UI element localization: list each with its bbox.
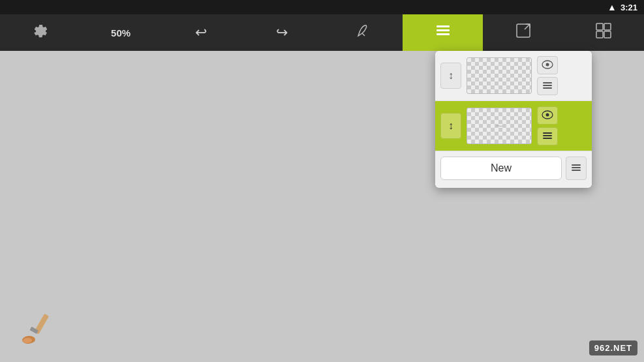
svg-rect-10 <box>543 82 552 83</box>
toolbar-brush-button[interactable] <box>322 14 403 51</box>
svg-point-14 <box>546 113 549 116</box>
svg-rect-11 <box>543 85 552 86</box>
svg-rect-20 <box>572 170 581 171</box>
layer-2-actions <box>537 106 558 145</box>
svg-rect-19 <box>572 167 581 168</box>
svg-rect-6 <box>596 31 603 38</box>
svg-rect-0 <box>437 25 450 27</box>
eye-icon-1 <box>542 60 553 71</box>
new-layer-label: New <box>491 162 512 174</box>
gear-icon <box>33 23 48 42</box>
updown-icon-2: ↕ <box>448 120 453 132</box>
layer-row-2: ↕ ~ <box>435 101 592 151</box>
toolbar-gallery-button[interactable] <box>564 14 644 51</box>
updown-icon-1: ↕ <box>448 70 453 82</box>
status-bar: ▲ 3:21 <box>0 0 644 14</box>
svg-rect-16 <box>543 135 552 136</box>
layer-2-thumbnail: ~ <box>467 108 532 144</box>
menu-icon-2 <box>542 131 553 142</box>
layers-icon <box>435 22 452 43</box>
layer-1-actions <box>537 56 558 95</box>
layer-2-move-button[interactable]: ↕ <box>440 113 461 139</box>
watermark: 962.NET <box>589 340 637 355</box>
layer-1-move-button[interactable]: ↕ <box>440 63 461 89</box>
zoom-label: 50% <box>111 27 130 38</box>
svg-rect-1 <box>437 29 450 31</box>
gallery-icon <box>595 22 612 43</box>
svg-rect-4 <box>596 23 603 30</box>
panel-menu-icon <box>570 163 582 174</box>
svg-rect-17 <box>543 138 552 139</box>
layer-2-doodle-indicator: ~ <box>495 119 503 134</box>
brush-tool-indicator <box>13 310 65 349</box>
new-layer-row: New <box>435 151 592 185</box>
layer-1-thumb-content <box>467 58 531 93</box>
layer-1-thumbnail <box>467 57 532 94</box>
layer-1-visibility-button[interactable] <box>537 56 558 74</box>
svg-rect-12 <box>543 87 552 89</box>
svg-rect-2 <box>437 33 450 35</box>
toolbar-redo-button[interactable]: ↪ <box>241 14 322 51</box>
new-layer-button[interactable]: New <box>440 157 562 180</box>
layers-panel: ↕ <box>435 51 592 188</box>
svg-rect-18 <box>572 164 581 166</box>
svg-rect-15 <box>543 132 552 134</box>
watermark-text: 962.NET <box>594 343 632 353</box>
layer-2-thumb-content: ~ <box>467 108 531 143</box>
wifi-icon: ▲ <box>607 2 617 12</box>
layer-1-options-button[interactable] <box>537 77 558 95</box>
svg-rect-7 <box>604 31 611 38</box>
layer-2-visibility-button[interactable] <box>537 106 558 125</box>
undo-icon: ↩ <box>195 24 207 41</box>
layer-panel-menu-button[interactable] <box>566 157 587 180</box>
export-icon <box>515 22 532 43</box>
svg-rect-5 <box>604 23 611 30</box>
toolbar-zoom-display[interactable]: 50% <box>80 14 161 51</box>
toolbar-layers-button[interactable] <box>403 14 483 51</box>
toolbar-undo-button[interactable]: ↩ <box>161 14 241 51</box>
toolbar: 50% ↩ ↪ <box>0 14 644 51</box>
time-display: 3:21 <box>621 3 637 12</box>
toolbar-export-button[interactable] <box>483 14 563 51</box>
menu-icon-1 <box>542 81 553 92</box>
layer-2-options-button[interactable] <box>537 127 558 145</box>
toolbar-settings-button[interactable] <box>0 14 80 51</box>
eye-icon-2 <box>542 110 553 121</box>
layer-row-1: ↕ <box>435 51 592 101</box>
svg-point-9 <box>546 63 549 66</box>
calligraphy-icon <box>353 22 371 44</box>
redo-icon: ↪ <box>276 24 288 41</box>
